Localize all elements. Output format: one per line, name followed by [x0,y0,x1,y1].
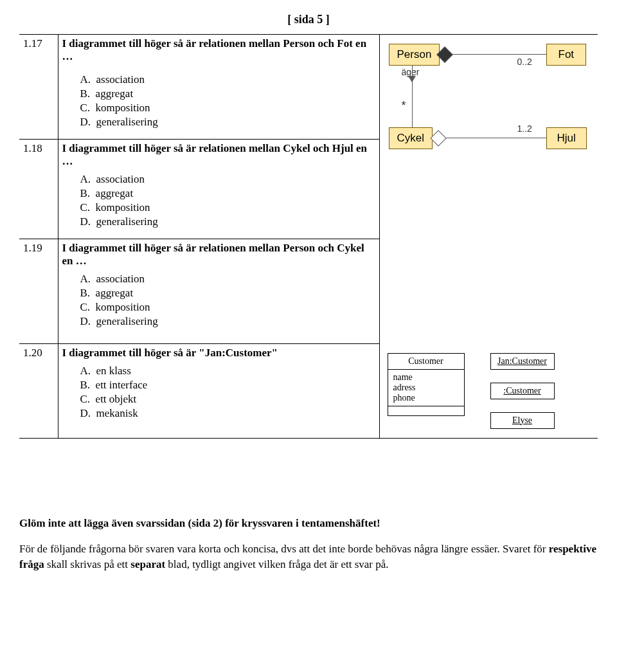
opt: A. association [80,273,375,286]
opt: A. association [80,73,375,86]
footer-text: Glöm inte att lägga även svarssidan (sid… [19,516,598,572]
opt: A. en klass [80,365,375,377]
uml-mult-12: 1..2 [517,123,532,134]
uml-mult-star: * [402,99,406,113]
obj-customer: :Customer [490,383,555,399]
uml-diagram-icon: Person Fot 0..2 äger * Cykel [382,37,595,166]
opt: C. komposition [80,301,375,314]
q119-num: 1.19 [19,239,58,339]
q120-text: I diagrammet till höger så är "Jan:Custo… [62,347,278,359]
opt: D. mekanisk [80,407,375,420]
q117-text: I diagrammet till höger så är relationen… [62,37,367,62]
uml-line [412,66,413,129]
q120-options: A. en klass B. ett interface C. ett obje… [80,365,375,420]
page-header: [ sida 5 ] [19,13,598,26]
uml-person-box: Person [389,44,440,66]
question-table: 1.17 I diagrammet till höger så är relat… [19,34,598,439]
opt: B. aggregat [80,187,375,200]
opt: C. komposition [80,201,375,214]
q119-options: A. association B. aggregat C. kompositio… [80,273,375,328]
q118-body: I diagrammet till höger så är relationen… [58,140,379,239]
q120-body: I diagrammet till höger så är "Jan:Custo… [58,344,379,439]
obj-elyse: Elyse [490,412,555,429]
classbox-attrs: name adress phone [388,370,464,406]
footer-line2: För de följande frågorna bör svaren vara… [19,541,598,572]
opt: D. generalisering [80,116,375,129]
opt: B. aggregat [80,287,375,300]
q117-options: A. association B. aggregat C. kompositio… [80,73,375,129]
uml-line [440,138,546,138]
opt: D. generalisering [80,215,375,228]
opt: C. ett objekt [80,393,375,406]
uml-figure-cell: Person Fot 0..2 äger * Cykel [379,35,598,344]
footer-line1: Glöm inte att lägga även svarssidan (sid… [19,516,598,531]
uml-fot-box: Fot [546,44,587,66]
uml-cykel-box: Cykel [389,127,433,149]
opt: B. aggregat [80,87,375,100]
opt: A. association [80,173,375,186]
q118-options: A. association B. aggregat C. kompositio… [80,173,375,228]
q117-body: I diagrammet till höger så är relationen… [58,35,379,66]
opt: C. komposition [80,102,375,114]
q120-num: 1.20 [19,344,58,439]
q118-text: I diagrammet till höger så är relationen… [62,142,368,167]
classbox-title: Customer [388,354,464,370]
q118-num: 1.18 [19,140,58,239]
arrow-icon [408,76,416,82]
q119-text: I diagrammet till höger så är relationen… [62,242,364,267]
customer-classbox: Customer name adress phone [388,353,465,416]
classbox-ops [388,406,464,415]
obj-jan-customer: Jan:Customer [490,353,555,370]
uml-mult-02: 0..2 [517,57,532,67]
classfig-cell: Customer name adress phone Jan:Customer … [379,344,598,439]
opt: D. generalisering [80,315,375,328]
uml-line [447,54,546,55]
class-object-diagram-icon: Customer name adress phone Jan:Customer … [382,347,596,435]
opt: B. ett interface [80,379,375,392]
uml-hjul-box: Hjul [546,127,587,149]
q119-body: I diagrammet till höger så är relationen… [58,239,379,339]
q117-num: 1.17 [19,35,58,66]
